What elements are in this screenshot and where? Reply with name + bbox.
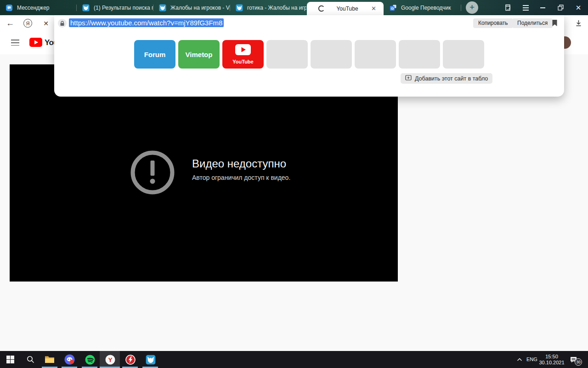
tab-separator [461, 5, 461, 11]
browser-menu-icon[interactable] [521, 0, 530, 15]
discord-icon[interactable] [64, 351, 75, 368]
speed-dial-tile-youtube[interactable]: YouTube [222, 40, 264, 69]
address-bar[interactable]: https://www.youtube.com/watch?v=mjY89fG3… [54, 15, 564, 31]
tab-google-translate[interactable]: G Google Переводчик [384, 0, 460, 15]
clock[interactable]: 15:50 30.10.2021 [537, 354, 566, 365]
add-site-label: Добавить этот сайт в табло [415, 75, 488, 82]
tray-date: 30.10.2021 [537, 360, 566, 366]
speed-dial-tile-empty[interactable] [311, 40, 352, 69]
new-tab-button[interactable]: + [466, 1, 478, 14]
svg-text:G: G [391, 6, 394, 10]
speed-dial-tile-empty[interactable] [399, 40, 440, 69]
speed-dial-tile-empty[interactable] [355, 40, 396, 69]
tray-time: 15:50 [537, 354, 566, 360]
tab-title: Мессенджер [17, 5, 49, 11]
speed-dial-tile-forum[interactable]: Forum [134, 40, 175, 69]
tab-title: готика - Жалобы на игр [247, 5, 306, 11]
tile-label: Forum [144, 51, 166, 58]
desktop-screen: Мессенджер (1) Результаты поиска п Жалоб… [0, 0, 588, 368]
lightning-app-icon[interactable] [125, 351, 136, 368]
windows-taskbar: Y ENG 15:50 30.10.2021 30 [0, 351, 588, 368]
vimeworld-icon [159, 4, 166, 12]
url-input[interactable]: https://www.youtube.com/watch?v=mjY89fG3… [69, 18, 224, 27]
youtube-play-icon [235, 44, 251, 57]
messenger-icon [6, 4, 13, 12]
language-indicator[interactable]: ENG [526, 351, 537, 368]
tab-youtube-active[interactable]: YouTube ✕ [307, 2, 384, 15]
browser-tab-bar: Мессенджер (1) Результаты поиска п Жалоб… [0, 0, 588, 15]
search-icon[interactable] [25, 351, 36, 368]
tab-title: YouTube [329, 6, 365, 12]
address-suggest-panel: https://www.youtube.com/watch?v=mjY89fG3… [54, 15, 564, 97]
yandex-browser-icon[interactable]: Y [105, 351, 116, 368]
svg-text:Y: Y [108, 356, 113, 363]
google-translate-icon: G [390, 4, 397, 12]
copy-url-button[interactable]: Копировать [473, 18, 513, 28]
tab-messenger[interactable]: Мессенджер [0, 0, 76, 15]
start-button-icon[interactable] [5, 351, 16, 368]
loading-icon [318, 5, 325, 12]
bookmark-icon[interactable] [552, 19, 558, 29]
tile-label: Vimetop [186, 51, 213, 58]
yandex-home-button[interactable]: Я [23, 15, 33, 31]
vimeworld-icon [236, 4, 243, 12]
tab-title: Жалобы на игроков - Vi [170, 5, 230, 11]
speed-dial-tile-empty[interactable] [443, 40, 484, 69]
file-explorer-icon[interactable] [44, 351, 55, 368]
speed-dial-tile-empty[interactable] [266, 40, 308, 69]
add-site-to-tableau-button[interactable]: Добавить этот сайт в табло [401, 73, 492, 84]
tab-close-icon[interactable]: ✕ [369, 5, 378, 12]
close-window-button[interactable]: ✕ [572, 0, 584, 15]
youtube-menu-icon[interactable] [11, 40, 19, 46]
video-error-message: Видео недоступно Автор ограничил доступ … [192, 157, 290, 181]
error-title: Видео недоступно [192, 157, 290, 170]
tab-title: (1) Результаты поиска п [94, 5, 153, 11]
tab-list-icon[interactable] [502, 0, 513, 15]
video-player[interactable]: Видео недоступно Автор ограничил доступ … [10, 64, 398, 282]
tab-complaints[interactable]: Жалобы на игроков - Vi [153, 0, 230, 15]
share-url-button[interactable]: Поделиться [512, 18, 553, 28]
downloads-icon[interactable] [572, 15, 584, 31]
tab-search-results[interactable]: (1) Результаты поиска п [77, 0, 153, 15]
notification-count-badge[interactable]: 30 [575, 358, 582, 366]
tray-chevron-icon[interactable] [514, 351, 525, 368]
secure-lock-icon[interactable] [58, 19, 67, 28]
tab-title: Google Переводчик [401, 5, 451, 11]
tab-gothic[interactable]: готика - Жалобы на игр [230, 0, 306, 15]
restore-button[interactable] [555, 0, 566, 15]
back-button[interactable]: ← [5, 15, 16, 31]
error-exclamation-icon [130, 150, 175, 197]
vimeworld-icon [82, 4, 90, 12]
tile-label: YouTube [232, 59, 253, 64]
youtube-logo-icon[interactable] [29, 38, 42, 49]
minimize-button[interactable] [537, 0, 548, 15]
speed-dial-tile-vimetop[interactable]: Vimetop [178, 40, 220, 69]
error-subtitle: Автор ограничил доступ к видео. [192, 174, 290, 181]
yandex-logo-icon: Я [23, 19, 32, 28]
vimeworld-app-icon[interactable] [145, 351, 156, 368]
spotify-icon[interactable] [85, 351, 96, 368]
stop-loading-button[interactable]: ✕ [41, 15, 51, 31]
add-plus-icon [405, 75, 412, 82]
